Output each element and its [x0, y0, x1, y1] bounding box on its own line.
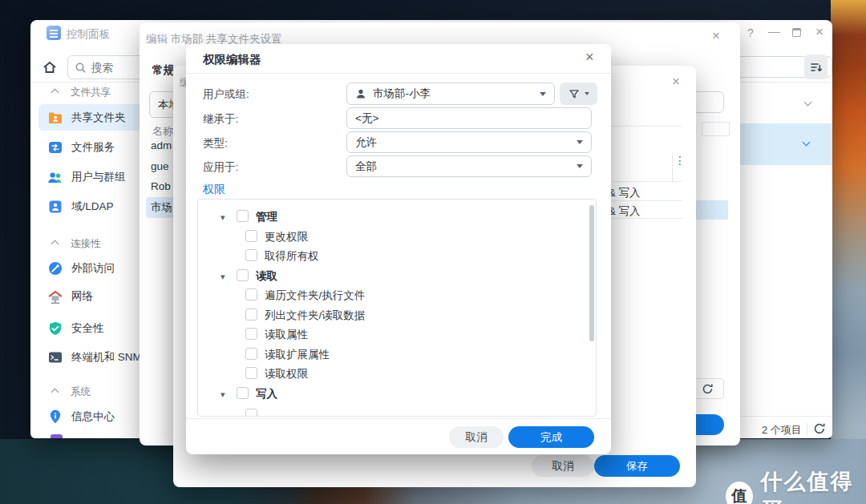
tree-label[interactable]: 取得所有权: [265, 249, 319, 264]
sidebar-item-label: 文件服务: [71, 140, 115, 155]
field-label: 继承于:: [203, 112, 238, 127]
help-icon[interactable]: ?: [747, 27, 754, 38]
checkbox-read-attributes[interactable]: [245, 328, 257, 340]
item-count: 2 个项目: [762, 423, 802, 437]
user-group-icon: [47, 169, 64, 185]
field-value: <无>: [355, 111, 378, 126]
home-icon: [42, 60, 57, 75]
dropdown-value: 市场部-小李: [373, 87, 533, 101]
refresh-icon: [813, 422, 826, 435]
field-label: 用户或组:: [203, 87, 249, 102]
chevron-up-icon: [51, 388, 59, 396]
header-divider: [186, 73, 611, 74]
sidebar-item-label: 外部访问: [71, 261, 115, 276]
file-services-icon: [47, 139, 64, 155]
smzdm-logo-icon: 值: [726, 482, 753, 504]
window-title: 控制面板: [67, 27, 110, 42]
chevron-up-icon: [51, 240, 59, 248]
minimize-icon[interactable]: —: [768, 26, 780, 37]
search-icon: [75, 62, 87, 74]
wallpaper-right: [831, 0, 866, 504]
header-cell-divider: [672, 152, 673, 181]
checkbox-read-extended-attributes[interactable]: [245, 348, 257, 360]
chevron-down-icon: [803, 139, 811, 147]
collapse-arrow-icon[interactable]: ▾: [221, 389, 225, 400]
shared-folder-icon: [47, 110, 64, 126]
dropdown-value: 全部: [355, 159, 577, 174]
user-or-group-dropdown[interactable]: 市场部-小李: [346, 83, 555, 105]
cancel-button[interactable]: 取消: [532, 455, 594, 477]
inherited-from-field[interactable]: <无>: [346, 107, 592, 129]
checkbox-take-ownership[interactable]: [245, 249, 257, 261]
checkbox-partial[interactable]: [245, 409, 257, 417]
terminal-snmp-icon: [47, 349, 64, 365]
dropdown-value: 允许: [355, 135, 577, 150]
apply-to-dropdown[interactable]: 全部: [346, 155, 592, 177]
sidebar-item-label: 终端机和 SNM: [71, 350, 142, 365]
tree-label[interactable]: 管理: [256, 210, 277, 224]
refresh-button[interactable]: [691, 378, 724, 399]
domain-ldap-icon: [47, 199, 64, 215]
control-panel-app-icon: [47, 26, 61, 40]
column-header-name[interactable]: 名称: [152, 124, 173, 139]
home-button[interactable]: [38, 55, 62, 79]
done-button[interactable]: 完成: [508, 426, 594, 448]
security-icon: [47, 321, 64, 337]
tree-label[interactable]: 读取属性: [265, 328, 308, 342]
refresh-button[interactable]: [813, 422, 826, 438]
scrollbar-thumb[interactable]: [589, 205, 594, 341]
checkbox-read-permissions[interactable]: [245, 367, 257, 379]
sort-button[interactable]: [804, 54, 828, 79]
checkbox-read[interactable]: [237, 269, 249, 281]
maximize-icon[interactable]: [792, 28, 801, 37]
column-options-kebab-icon[interactable]: ⋮: [674, 158, 686, 163]
permissions-section-label: 权限: [203, 183, 225, 197]
user-row[interactable]: Rob: [151, 180, 171, 192]
watermark-text: 什么值得买: [761, 467, 866, 504]
user-row[interactable]: adm: [151, 139, 172, 151]
permission-tree-panel: ▾ 管理 更改权限 取得所有权 ▾ 读取 遍历文件夹/执行文件 列出文件夹/读取…: [197, 199, 597, 417]
tree-label[interactable]: 写入: [256, 387, 277, 401]
filter-funnel-icon: [569, 89, 580, 99]
tree-label[interactable]: 更改权限: [265, 230, 308, 244]
user-icon: [355, 88, 366, 99]
chevron-down-icon: [585, 92, 589, 95]
chevron-down-icon: [577, 164, 583, 168]
user-row-label: 市场: [151, 200, 172, 215]
checkbox-write[interactable]: [237, 387, 249, 399]
refresh-icon: [702, 383, 714, 395]
footer-divider: [186, 418, 611, 419]
save-button[interactable]: 保存: [594, 455, 680, 477]
tree-label[interactable]: 列出文件夹/读取数据: [265, 308, 365, 323]
checkbox-traverse-folders[interactable]: [245, 288, 257, 300]
collapse-arrow-icon[interactable]: ▾: [221, 272, 225, 282]
chevron-down-icon: [540, 92, 546, 96]
user-row[interactable]: gue: [151, 160, 169, 172]
type-dropdown[interactable]: 允许: [346, 131, 592, 153]
sidebar-item-label: 信息中心: [71, 409, 115, 424]
close-icon[interactable]: ×: [585, 51, 594, 62]
collapse-arrow-icon[interactable]: ▾: [221, 212, 225, 223]
close-icon[interactable]: ×: [815, 26, 824, 38]
close-icon[interactable]: ×: [672, 76, 680, 87]
tree-label[interactable]: 读取: [256, 269, 277, 284]
cancel-button[interactable]: 取消: [449, 426, 504, 448]
tab-general[interactable]: 常规: [152, 63, 174, 78]
tree-label[interactable]: 读取扩展属性: [265, 348, 330, 362]
status-divider: [726, 416, 832, 417]
checkbox-administration[interactable]: [237, 210, 249, 222]
field-label: 应用于:: [203, 160, 238, 175]
desktop: 控制面板 ? — × 文件共享 共享文件夹 文件服务: [0, 0, 866, 504]
chevron-down-icon: [577, 140, 583, 144]
tree-label[interactable]: 遍历文件夹/执行文件: [265, 288, 365, 303]
checkbox-list-folders[interactable]: [245, 308, 257, 321]
section-label: 文件共享: [71, 86, 111, 99]
section-collapse-chevron-icon[interactable]: [804, 99, 812, 107]
tree-label[interactable]: 读取权限: [265, 367, 308, 381]
expanded-section-row[interactable]: [738, 123, 832, 165]
chevron-up-icon: [51, 88, 59, 96]
close-icon[interactable]: ×: [712, 30, 720, 42]
checkbox-change-permission[interactable]: [245, 230, 257, 242]
sidebar-item-label: 网络: [71, 289, 93, 304]
filter-button[interactable]: [560, 83, 597, 105]
